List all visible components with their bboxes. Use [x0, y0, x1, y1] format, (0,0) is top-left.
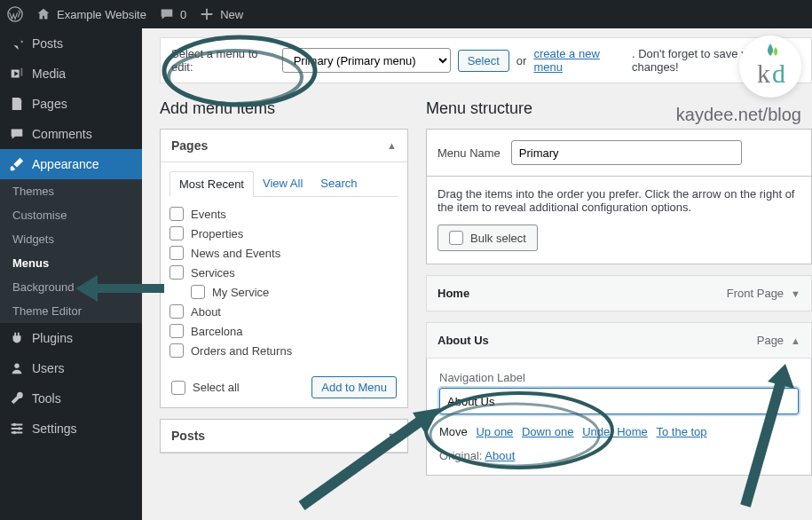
checkbox[interactable] — [169, 226, 184, 240]
page-checkbox-item[interactable]: Barcelona — [169, 321, 398, 341]
menu-name-input[interactable] — [511, 140, 742, 165]
nav-label-input[interactable] — [439, 388, 799, 414]
move-down-link[interactable]: Down one — [522, 425, 574, 438]
wp-logo[interactable] — [7, 6, 23, 22]
checkbox[interactable] — [169, 246, 184, 260]
original-label: Original: — [439, 449, 482, 462]
page-checkbox-item[interactable]: Services — [169, 263, 398, 282]
page-checkbox-item[interactable]: About — [169, 302, 398, 321]
sidebar-label: Settings — [32, 422, 77, 436]
admin-bar: Example Website 0 New — [0, 0, 812, 28]
sidebar-item-users[interactable]: Users — [0, 353, 142, 383]
page-checkbox-item[interactable]: News and Events — [169, 243, 398, 263]
drag-hint: Drag the items into the order you prefer… — [426, 177, 812, 225]
sidebar-item-media[interactable]: Media — [0, 59, 142, 89]
site-name: Example Website — [57, 8, 146, 21]
add-items-column: Add menu items Pages ▲ Most Recent View … — [160, 99, 408, 476]
sidebar-item-settings[interactable]: Settings — [0, 414, 142, 444]
nav-label-field-label: Navigation Label — [439, 371, 799, 384]
admin-sidebar: Posts Media Pages Comments Appearance Th… — [0, 28, 142, 520]
checkbox[interactable] — [171, 381, 185, 395]
sidebar-item-tools[interactable]: Tools — [0, 383, 142, 414]
comments-link[interactable]: 0 — [159, 6, 186, 22]
plug-icon — [9, 330, 25, 346]
menu-select[interactable]: Primary (Primary menu) — [282, 48, 451, 73]
sidebar-label: Media — [32, 67, 66, 81]
chevron-down-icon: ▼ — [387, 430, 397, 441]
menu-item-about[interactable]: About Us Page ▲ — [426, 322, 812, 358]
menu-item-type: Front Page ▼ — [727, 287, 800, 300]
select-label: Select a menu to edit: — [171, 47, 275, 74]
select-button[interactable]: Select — [458, 50, 509, 72]
menu-item-title: About Us — [438, 334, 489, 347]
checkbox[interactable] — [169, 265, 184, 280]
submenu-themes[interactable]: Themes — [0, 179, 142, 203]
menu-name-label: Menu Name — [438, 146, 501, 160]
sidebar-item-pages[interactable]: Pages — [0, 89, 142, 119]
submenu-widgets[interactable]: Widgets — [0, 227, 142, 251]
sidebar-label: Plugins — [32, 331, 73, 345]
pages-icon — [9, 96, 25, 112]
page-checkbox-item[interactable]: Properties — [169, 224, 398, 243]
svg-point-2 — [14, 364, 19, 368]
pages-title: Pages — [171, 138, 208, 153]
move-up-link[interactable]: Up one — [476, 425, 513, 438]
plus-icon — [199, 6, 215, 22]
pages-checklist[interactable]: Events Properties News and Events Servic… — [169, 204, 398, 360]
tab-most-recent[interactable]: Most Recent — [169, 171, 254, 197]
page-checkbox-item[interactable]: Events — [169, 204, 398, 224]
checkbox[interactable] — [191, 285, 205, 299]
pages-box-header[interactable]: Pages ▲ — [161, 130, 407, 162]
checkbox[interactable] — [449, 231, 463, 245]
tab-search[interactable]: Search — [311, 171, 366, 196]
submenu-theme-editor[interactable]: Theme Editor — [0, 299, 142, 323]
page-checkbox-item[interactable]: Orders and Returns — [169, 341, 398, 360]
sidebar-item-plugins[interactable]: Plugins — [0, 323, 142, 353]
checkbox[interactable] — [169, 343, 184, 358]
add-items-heading: Add menu items — [160, 99, 408, 118]
page-checkbox-item[interactable]: My Service — [169, 282, 398, 302]
original-row: Original: About — [439, 449, 799, 462]
svg-rect-1 — [13, 98, 21, 110]
user-icon — [9, 360, 25, 376]
menu-item-home[interactable]: Home Front Page ▼ — [426, 275, 812, 311]
menu-name-row: Menu Name — [426, 129, 812, 177]
checkbox[interactable] — [169, 324, 184, 338]
select-all[interactable]: Select all — [171, 381, 240, 395]
posts-box: Posts ▼ — [160, 419, 408, 453]
bulk-select-button[interactable]: Bulk select — [438, 225, 538, 251]
checkbox[interactable] — [169, 304, 184, 319]
comment-icon — [9, 126, 25, 142]
sidebar-label: Tools — [32, 391, 61, 406]
tab-view-all[interactable]: View All — [254, 171, 311, 196]
original-link[interactable]: About — [485, 449, 515, 462]
appearance-submenu: Themes Customise Widgets Menus Backgroun… — [0, 179, 142, 323]
submenu-customise[interactable]: Customise — [0, 203, 142, 227]
create-menu-link[interactable]: create a new menu — [533, 47, 625, 74]
new-label: New — [220, 8, 243, 21]
posts-box-header[interactable]: Posts ▼ — [161, 420, 407, 453]
chevron-up-icon[interactable]: ▲ — [791, 335, 800, 346]
structure-heading: Menu structure — [426, 99, 812, 118]
sidebar-item-comments[interactable]: Comments — [0, 119, 142, 149]
menu-structure-column: Menu structure Menu Name Drag the items … — [426, 99, 812, 476]
sidebar-item-posts[interactable]: Posts — [0, 28, 142, 59]
wrench-icon — [9, 390, 25, 406]
chevron-down-icon[interactable]: ▼ — [791, 288, 800, 299]
new-content-link[interactable]: New — [199, 6, 243, 22]
move-under-link[interactable]: Under Home — [582, 425, 648, 438]
media-icon — [9, 66, 25, 82]
select-tail: . Don't forget to save your changes! — [632, 47, 800, 74]
chevron-up-icon: ▲ — [387, 140, 397, 151]
site-link[interactable]: Example Website — [35, 6, 146, 22]
checkbox[interactable] — [169, 207, 184, 221]
comments-count: 0 — [180, 8, 186, 21]
or-text: or — [516, 54, 527, 67]
add-to-menu-button[interactable]: Add to Menu — [311, 376, 397, 398]
sidebar-item-appearance[interactable]: Appearance — [0, 149, 142, 179]
submenu-background[interactable]: Background — [0, 275, 142, 299]
pages-tabs: Most Recent View All Search — [169, 171, 398, 197]
pages-footer: Select all Add to Menu — [161, 367, 407, 407]
submenu-menus[interactable]: Menus — [0, 251, 142, 275]
move-top-link[interactable]: To the top — [656, 425, 706, 438]
